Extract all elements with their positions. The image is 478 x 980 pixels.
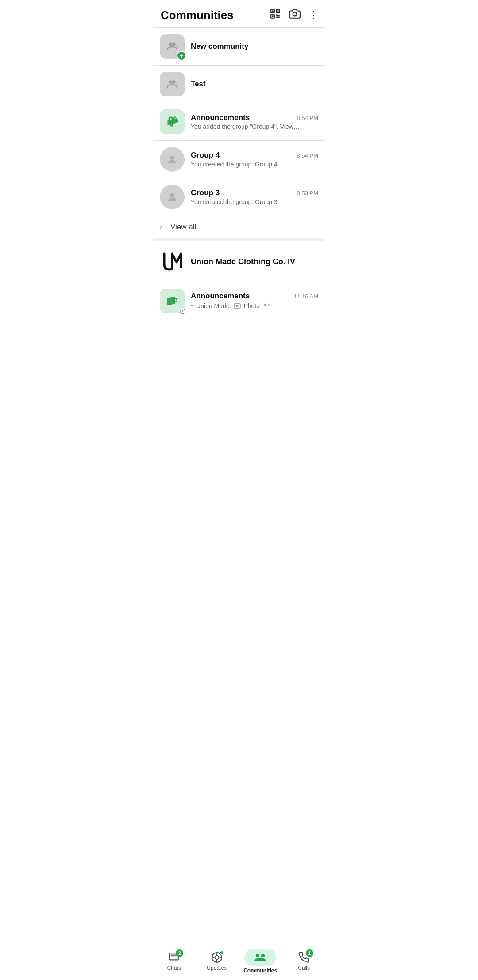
qr-code-icon[interactable] [270, 8, 281, 22]
group3-preview: You created the group: Group 3 [191, 198, 318, 205]
svg-rect-5 [272, 15, 273, 17]
group4-item[interactable]: Group 4 8:54 PM You created the group: G… [153, 141, 325, 178]
union-made-logo [160, 249, 185, 274]
community-test-header[interactable]: Test [153, 66, 325, 103]
group3-avatar [160, 185, 185, 209]
svg-point-14 [169, 80, 173, 84]
group4-name: Group 4 [191, 151, 220, 160]
announcements-test-avatar [160, 109, 185, 134]
community-test-name: Test [191, 80, 206, 88]
announcements-union-time: 11:16 AM [294, 293, 318, 300]
view-all-label: View all [170, 223, 196, 231]
svg-point-13 [172, 42, 176, 46]
preview-text: ~ Union Made: [191, 302, 231, 309]
announcements-union-preview: ~ Union Made: Photo [191, 301, 318, 310]
svg-rect-8 [278, 15, 280, 16]
community-test-content: Test [191, 80, 318, 89]
union-made-community-header[interactable]: Union Made Clothing Co. IV [153, 241, 325, 282]
preview-media-label: Photo [243, 302, 260, 309]
svg-rect-3 [272, 10, 273, 12]
svg-rect-9 [276, 17, 278, 18]
announcements-union-name: Announcements [191, 292, 250, 301]
add-community-badge: + [177, 51, 186, 61]
group3-content: Group 3 8:53 PM You created the group: G… [191, 189, 318, 205]
group4-avatar [160, 147, 185, 172]
svg-rect-10 [278, 17, 280, 18]
announcements-union-item[interactable]: Announcements 11:16 AM ~ Union Made: Pho… [153, 282, 325, 320]
group3-time: 8:53 PM [297, 190, 318, 197]
new-community-avatar: + [160, 34, 185, 59]
announcements-test-preview: You added the group "Group 4". View… [191, 123, 318, 130]
svg-rect-7 [276, 15, 278, 16]
more-menu-icon[interactable]: ⋮ [308, 9, 318, 21]
new-community-content: New community [191, 42, 318, 51]
new-community-item[interactable]: + New community [153, 28, 325, 65]
page-title: Communities [161, 8, 234, 22]
announcements-test-name: Announcements [191, 113, 250, 122]
svg-point-11 [293, 12, 297, 16]
header-actions: ⋮ [270, 8, 318, 22]
svg-rect-4 [277, 10, 278, 12]
svg-point-18 [170, 156, 174, 160]
announcements-test-time: 8:54 PM [297, 115, 318, 121]
community-test-avatar [160, 72, 185, 96]
group4-time: 8:54 PM [297, 152, 318, 159]
announcements-test-item[interactable]: Announcements 8:54 PM You added the grou… [153, 103, 325, 140]
svg-point-17 [175, 119, 178, 122]
group3-item[interactable]: Group 3 8:53 PM You created the group: G… [153, 178, 325, 216]
app-header: Communities [153, 0, 325, 27]
announcements-union-content: Announcements 11:16 AM ~ Union Made: Pho… [191, 292, 318, 310]
chevron-right-icon: › [160, 222, 162, 231]
svg-point-19 [170, 193, 174, 197]
svg-point-12 [169, 42, 173, 46]
svg-point-15 [172, 80, 176, 84]
group4-preview: You created the group: Group 4 [191, 161, 318, 168]
new-community-label: New community [191, 42, 248, 50]
group4-content: Group 4 8:54 PM You created the group: G… [191, 151, 318, 168]
announcements-test-content: Announcements 8:54 PM You added the grou… [191, 113, 318, 130]
union-made-name: Union Made Clothing Co. IV [191, 257, 295, 266]
mute-icon [263, 301, 270, 310]
svg-marker-28 [236, 305, 239, 307]
camera-icon[interactable] [289, 8, 301, 22]
group3-name: Group 3 [191, 189, 220, 197]
svg-line-26 [182, 311, 184, 312]
view-all-row[interactable]: › View all [153, 216, 325, 238]
announcements-union-avatar [160, 289, 185, 313]
